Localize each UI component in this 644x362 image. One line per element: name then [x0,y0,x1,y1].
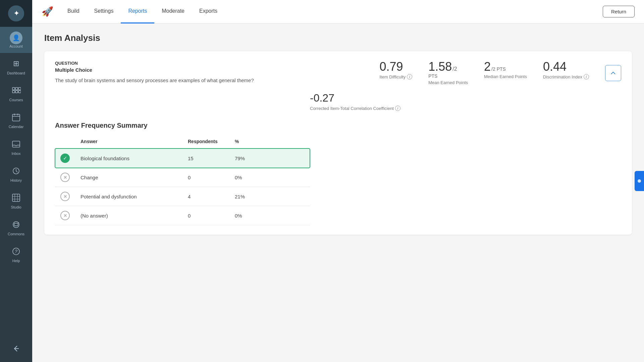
svg-rect-0 [12,87,15,90]
rocket-icon: 🚀 [42,6,53,17]
discrimination-label: Discrimination Index i [543,74,589,79]
sidebar-item-help[interactable]: ? Help [0,241,32,267]
sidebar-item-inbox[interactable]: Inbox [0,133,32,160]
table-body: ✓Biological foundations1579%✕Change00%✕P… [55,148,310,225]
sidebar-item-account[interactable]: 👤 Account [0,27,32,53]
page-content: Item Analysis Question Multiple Choice T… [32,23,644,362]
svg-rect-1 [15,87,18,90]
table-row: ✕(No answer)00% [55,206,310,225]
mean-earned-value: 1.58 [428,61,452,73]
respondents-value: 0 [182,168,229,187]
inbox-icon [10,138,22,150]
item-analysis-card: Question Multiple Choice The study of br… [44,51,632,235]
sidebar-item-label: Dashboard [7,71,25,75]
nav-reports[interactable]: Reports [121,0,154,23]
table-row: ✕Change00% [55,168,310,187]
sidebar-item-history[interactable]: History [0,160,32,187]
sidebar-item-label: Commons [8,232,24,236]
nav-moderate[interactable]: Moderate [154,0,192,23]
question-subtype: Multiple Choice [55,67,366,73]
stat-mean-earned: 1.58 /2 PTS Mean Earned Points [428,61,468,85]
corrected-stat-section: -0.27 Corrected Item-Total Correlation C… [55,92,621,111]
top-navigation: 🚀 Build Settings Reports Moderate Export… [32,0,644,23]
sidebar: ✦ 👤 Account ⊞ Dashboard Courses [0,0,32,362]
svg-rect-3 [12,90,15,93]
svg-point-23 [638,179,641,183]
col-answer: Answer [75,136,182,148]
col-icon [55,136,75,148]
svg-rect-14 [12,194,20,201]
svg-rect-4 [15,90,18,93]
percent-value: 0% [229,168,310,187]
sidebar-item-label: Courses [9,98,23,102]
answer-text: Biological foundations [75,148,182,168]
sidebar-item-courses[interactable]: Courses [0,80,32,107]
courses-icon [10,84,22,97]
corrected-label: Corrected Item-Total Correlation Coeffic… [310,106,400,111]
sidebar-item-calendar[interactable]: Calendar [0,107,32,133]
help-icon: ? [10,245,22,257]
stat-median-earned: 2 /2 PTS Median Earned Points [484,61,527,79]
correct-icon-cell: ✓ [55,148,75,168]
svg-rect-2 [18,87,21,90]
page-title: Item Analysis [44,33,632,43]
sidebar-item-label: History [10,178,22,182]
history-icon [10,165,22,177]
corrected-info-icon[interactable]: i [395,106,400,111]
answer-frequency-table: Answer Respondents % ✓Biological foundat… [55,136,310,225]
wrong-icon-cell: ✕ [55,206,75,225]
svg-rect-6 [12,114,20,121]
sidebar-item-label: Studio [11,205,21,209]
col-percent: % [229,136,310,148]
sidebar-logo: ✦ [0,0,32,27]
nav-build[interactable]: Build [60,0,87,23]
median-earned-denominator: /2 PTS [491,66,506,72]
discrimination-info-icon[interactable]: i [584,74,589,79]
stats-row: 0.79 Item Difficulty i 1.58 /2 PT [379,61,621,85]
sidebar-item-commons[interactable]: Commons [0,214,32,241]
stat-item-difficulty: 0.79 Item Difficulty i [379,61,412,79]
avatar: 👤 [10,32,22,44]
nav-settings[interactable]: Settings [87,0,121,23]
answer-text: Potential and dysfunction [75,187,182,206]
answer-text: (No answer) [75,206,182,225]
answer-frequency-section: Answer Frequency Summary Answer Responde… [55,122,621,225]
question-info: Question Multiple Choice The study of br… [55,61,366,84]
question-text: The study of brain systems and sensory p… [55,77,366,84]
percent-value: 0% [229,206,310,225]
answer-text: Change [75,168,182,187]
sidebar-item-studio[interactable]: Studio [0,187,32,214]
wrong-icon-cell: ✕ [55,168,75,187]
sidebar-back-button[interactable] [0,339,32,359]
table-row: ✓Biological foundations1579% [55,148,310,168]
section-title: Answer Frequency Summary [55,122,621,129]
svg-rect-10 [12,141,20,147]
svg-rect-5 [18,90,21,93]
wrong-icon-cell: ✕ [55,187,75,206]
percent-value: 79% [229,148,310,168]
sidebar-item-dashboard[interactable]: ⊞ Dashboard [0,53,32,80]
return-button[interactable]: Return [603,6,635,17]
respondents-value: 15 [182,148,229,168]
main-content: 🚀 Build Settings Reports Moderate Export… [32,0,644,362]
sidebar-item-label: Help [12,259,20,263]
stat-corrected: -0.27 Corrected Item-Total Correlation C… [310,92,400,111]
mean-earned-denominator: /2 [452,66,457,72]
navigate-up-button[interactable] [605,65,621,81]
percent-value: 21% [229,187,310,206]
median-earned-value: 2 [484,61,491,73]
mean-earned-label: Mean Earned Points [428,80,468,85]
sidebar-item-label: Calendar [9,125,24,129]
respondents-value: 0 [182,206,229,225]
sidebar-item-label: Inbox [12,152,21,156]
nav-exports[interactable]: Exports [192,0,225,23]
table-row: ✕Potential and dysfunction421% [55,187,310,206]
calendar-icon [10,111,22,123]
question-section: Question Multiple Choice The study of br… [55,61,621,85]
item-difficulty-label: Item Difficulty i [379,74,412,79]
item-difficulty-info-icon[interactable]: i [407,74,412,79]
respondents-value: 4 [182,187,229,206]
svg-text:?: ? [15,249,17,254]
corrected-value: -0.27 [310,92,334,104]
feedback-widget[interactable] [635,171,644,191]
